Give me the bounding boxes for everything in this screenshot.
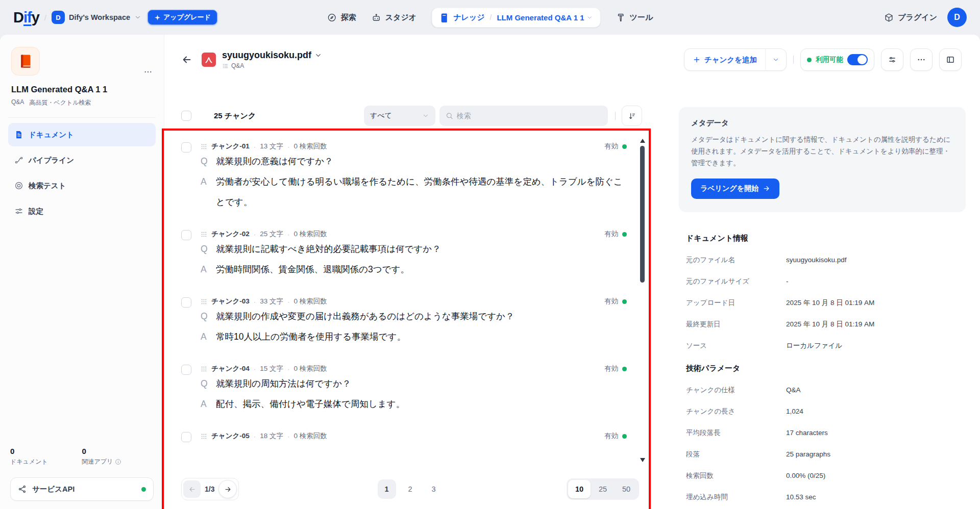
param-label: 段落 [686,450,786,459]
answer-row: A 常時10人以上の労働者を使用する事業場です。 [201,326,627,347]
nav-label: ツール [630,13,653,22]
dataset-name: LLM Generated Q&A 1 1 [497,13,584,22]
chunk-status: 有効 [604,230,627,239]
service-api-label: サービスAPI [32,485,75,494]
service-api-button[interactable]: サービスAPI [10,477,154,501]
a-label: A [201,394,209,414]
chunk-card[interactable]: チャンク-02 · 25 文字 · 0 検索回数 有効 [181,222,627,290]
prev-page-button[interactable] [183,480,201,498]
info-value: ローカルファイル [786,341,842,350]
navbar-right: プラグイン D [884,8,967,27]
availability-toggle[interactable] [847,54,868,65]
upgrade-button[interactable]: アップグレード [148,10,217,25]
add-chunk-dropdown[interactable] [766,49,786,70]
start-labeling-button[interactable]: ラベリングを開始 [691,179,779,199]
param-row: 埋め込み時間 10.53 sec [686,487,966,508]
scroll-down-arrow[interactable] [640,458,645,462]
tech-params-title: 技術パラメータ [679,364,966,373]
scrollbar-thumb[interactable] [640,146,645,283]
sidebar-item-pipeline[interactable]: パイプライン [8,148,156,172]
status-filter-select[interactable]: すべて [364,106,435,126]
sidebar-item-documents[interactable]: ドキュメント [8,123,156,146]
list-scrollbar [639,139,646,462]
chunk-chars: 25 文字 [260,230,283,239]
chunk-checkbox[interactable] [181,365,191,375]
nav-item-explore[interactable]: 探索 [327,13,356,22]
document-name-dropdown[interactable]: syuugyoukisoku.pdf [222,50,322,61]
document-filename: syuugyoukisoku.pdf [222,50,311,61]
separator: · [287,432,290,440]
dataset-more-button[interactable] [141,65,155,79]
page-button-3[interactable]: 3 [425,479,443,499]
info-label: 元のファイルサイズ [686,277,786,286]
scroll-up-arrow[interactable] [640,139,645,143]
target-icon [14,181,23,190]
breadcrumb-dataset[interactable]: LLM Generated Q&A 1 1 [497,13,593,22]
add-chunk-button[interactable]: チャンクを追加 [684,49,766,70]
more-actions-button[interactable] [910,48,933,71]
separator: · [287,231,290,238]
chunk-card[interactable]: チャンク-04 · 15 文字 · 0 検索回数 有効 [181,357,627,424]
param-value: 17 characters [786,429,828,437]
sidebar-footer: 0 ドキュメント 0 関連アプリ サービスAPI [8,447,156,501]
dify-logo[interactable]: Dify [13,9,39,26]
chunk-id: チャンク-03 [211,297,250,306]
chunk-checkbox[interactable] [181,230,191,240]
chunk-checkbox[interactable] [181,432,191,442]
nav-item-tools[interactable]: ツール [616,13,653,22]
question-text: 就業規則の意義は何ですか？ [216,151,333,171]
search-input[interactable] [457,112,602,120]
back-button[interactable] [177,50,197,69]
stat-value: 0 [10,447,82,455]
nav-item-knowledge[interactable]: ナレッジ [439,13,484,22]
metadata-panel: メタデータ メタデータはドキュメントに関する情報で、ドキュメントの属性を説明する… [678,82,980,509]
chevron-down-icon [772,56,779,63]
stat-label: ドキュメント [10,457,82,466]
param-value: 0.00% (0/25) [786,472,825,479]
chunk-settings-button[interactable] [881,48,903,71]
nav-item-plugins[interactable]: プラグイン [884,13,937,22]
document-info-title: ドキュメント情報 [679,234,966,243]
metadata-description: メタデータはドキュメントに関する情報で、ドキュメントの属性を説明するために使用さ… [691,134,953,169]
sparkle-icon [154,14,161,21]
chunk-card[interactable]: チャンク-03 · 33 文字 · 0 検索回数 有効 [181,290,627,357]
answer-text: 常時10人以上の労働者を使用する事業場です。 [216,326,406,347]
select-all-checkbox[interactable] [181,111,191,121]
workspace-avatar: D [52,11,65,24]
info-icon[interactable] [115,459,121,465]
info-value: syuugyoukisoku.pdf [786,256,847,264]
page-size-10[interactable]: 10 [568,480,591,498]
page-size-50[interactable]: 50 [615,480,638,498]
user-avatar[interactable]: D [947,8,967,27]
sliders-icon [14,207,23,216]
sidebar-item-settings[interactable]: 設定 [8,199,156,223]
sidebar-item-retrieval-test[interactable]: 検索テスト [8,174,156,197]
q-label: Q [201,306,209,326]
drag-grid-icon [201,298,207,305]
chunk-checkbox[interactable] [181,297,191,308]
chunk-card[interactable]: チャンク-01 · 13 文字 · 0 検索回数 有効 [181,135,627,222]
info-row: 元のファイルサイズ - [686,271,966,292]
next-page-button[interactable] [218,480,237,498]
chunk-hits: 0 検索回数 [294,297,327,306]
page-size-25[interactable]: 25 [592,480,614,498]
separator: · [254,298,256,306]
workspace-selector[interactable]: D Dify's Workspace [52,11,141,24]
sort-button[interactable] [622,106,642,126]
logo-part: if [23,9,32,26]
nav-item-studio[interactable]: スタジオ [372,13,416,22]
chunk-content: チャンク-02 · 25 文字 · 0 検索回数 有効 [201,230,627,279]
chunk-checkbox[interactable] [181,142,191,152]
answer-text: 労働時間関係、賃金関係、退職関係の3つです。 [216,259,409,279]
document-detail: syuugyoukisoku.pdf Q&A チャンクを追加 [164,35,980,509]
page-button-1[interactable]: 1 [378,479,396,499]
chunk-content: チャンク-04 · 15 文字 · 0 検索回数 有効 [201,364,627,414]
metadata-title: メタデータ [691,118,953,128]
document-mode-tag: Q&A [222,62,322,69]
stat-value: 0 [82,447,154,455]
chunk-card[interactable]: チャンク-05 · 18 文字 · 0 検索回数 有効 [181,424,627,452]
nav-label: スタジオ [385,13,416,22]
toggle-panel-button[interactable] [939,48,962,71]
q-label: Q [201,373,209,394]
page-button-2[interactable]: 2 [401,479,420,499]
